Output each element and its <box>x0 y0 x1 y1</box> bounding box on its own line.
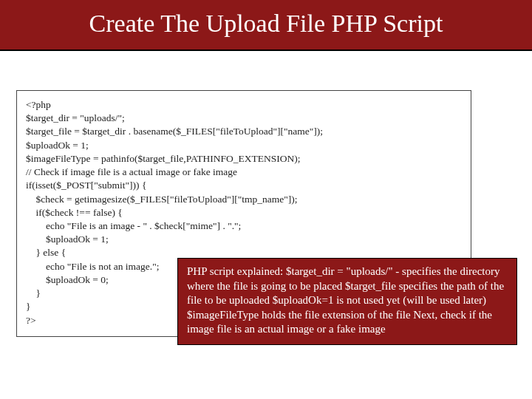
slide-title: Create The Upload File PHP Script <box>0 0 532 51</box>
explanation-box: PHP script explained: $target_dir = "upl… <box>177 258 517 345</box>
